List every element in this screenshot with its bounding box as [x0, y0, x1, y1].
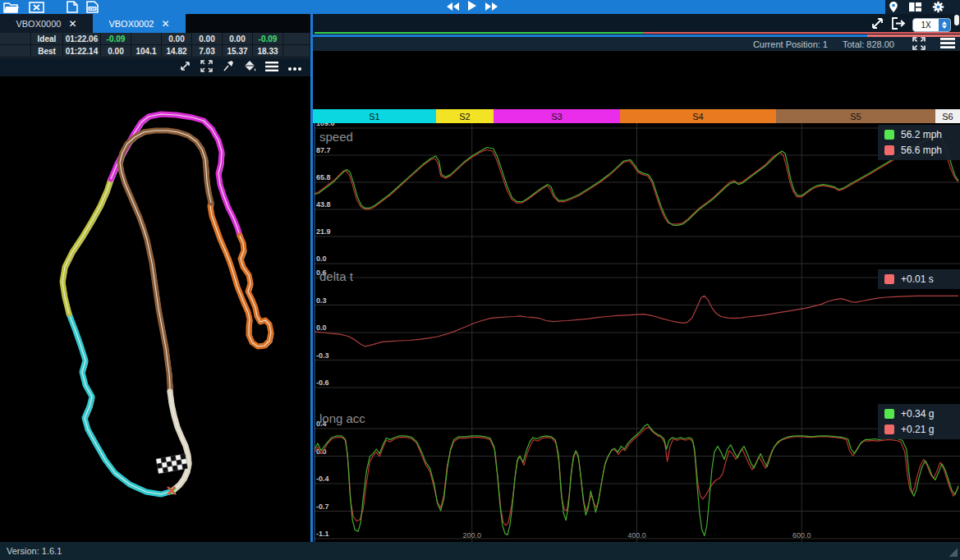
chart-title: delta t — [319, 269, 353, 283]
sector-segment-s5[interactable]: S5 — [776, 109, 935, 123]
spinner-up-icon[interactable] — [942, 21, 947, 25]
sector-segment-s6[interactable]: S6 — [935, 109, 960, 123]
close-tab-icon[interactable]: ✕ — [161, 18, 169, 30]
play-icon[interactable] — [467, 0, 477, 15]
view-toolbar — [889, 0, 944, 14]
app-window: csv VBOX0000 ✕ VBOX0002 ✕ Ideal01:22.06-… — [0, 0, 960, 560]
menu-icon[interactable] — [265, 60, 278, 75]
expand-icon[interactable] — [179, 60, 191, 76]
tab-label: VBOX0000 — [16, 19, 61, 29]
y-tick-label: 21.9 — [316, 227, 331, 236]
lap-table-cell — [283, 33, 310, 44]
lap-table-cell: 7.03 — [192, 45, 223, 57]
spinner-stepper[interactable] — [939, 19, 950, 31]
trace-lap-1 — [315, 135, 958, 225]
gear-icon[interactable] — [932, 1, 944, 13]
legend-entry: +0.21 g — [884, 424, 952, 435]
sector-segment-s4[interactable]: S4 — [620, 109, 776, 123]
resize-grip-icon[interactable] — [949, 549, 958, 557]
csv-export-icon[interactable]: csv — [86, 1, 99, 13]
map-pin-icon[interactable] — [889, 1, 898, 13]
lap-table-cell — [283, 45, 310, 57]
fast-forward-icon[interactable] — [485, 0, 498, 15]
chart-delta-t[interactable]: 0.60.30.0-0.3-0.6delta t+0.01 s — [313, 264, 960, 400]
track-map[interactable] — [0, 76, 310, 542]
lap-table-cell: -0.09 — [101, 33, 131, 44]
track-sector-5[interactable] — [120, 131, 211, 392]
expand-icon[interactable] — [870, 16, 884, 34]
new-file-icon[interactable] — [67, 1, 78, 13]
y-tick-label: 0.0 — [316, 255, 327, 263]
legend-value: +0.34 g — [901, 408, 934, 420]
x-tick-label: 600.0 — [792, 531, 811, 539]
chart-legend: +0.34 g+0.21 g — [878, 404, 960, 439]
y-tick-label: -0.7 — [316, 503, 329, 511]
lap-table-cell — [131, 33, 162, 44]
y-tick-label: 109.6 — [316, 123, 335, 127]
scrollbar-thumb[interactable] — [954, 15, 959, 25]
legend-value: 56.6 mph — [901, 145, 942, 156]
track-sector-4[interactable] — [210, 203, 271, 347]
lap-table-cell: 0.00 — [223, 33, 253, 44]
lap-table-row[interactable]: Ideal01:22.06-0.090.000.000.00-0.09 — [0, 33, 310, 45]
chart-speed[interactable]: 109.687.765.843.821.90.0speed56.2 mph56.… — [313, 123, 960, 264]
fullscreen-icon[interactable] — [912, 37, 926, 52]
legend-entry: 56.2 mph — [884, 129, 952, 140]
paint-bucket-icon[interactable] — [243, 60, 256, 76]
track-sector-6[interactable] — [170, 392, 189, 491]
y-tick-label: 65.8 — [316, 173, 331, 181]
layout-icon[interactable] — [908, 2, 922, 12]
tab-vbox0000[interactable]: VBOX0000 ✕ — [0, 14, 93, 33]
lap-table-cell: -0.09 — [253, 33, 283, 44]
current-position-label: Current Position: 1 — [753, 39, 828, 49]
menu-icon[interactable] — [940, 38, 955, 50]
legend-value: +0.01 s — [901, 273, 934, 285]
rewind-icon[interactable] — [446, 0, 460, 15]
sector-segment-s3[interactable]: S3 — [494, 109, 620, 123]
track-sector-1[interactable] — [69, 314, 172, 494]
track-centerline — [210, 203, 271, 347]
file-toolbar: csv — [3, 0, 99, 14]
lap-table-cell: 18.33 — [253, 45, 283, 57]
more-icon[interactable] — [287, 60, 302, 75]
legend-value: +0.21 g — [901, 424, 934, 435]
lap-table-row[interactable]: Best01:22.140.00104.114.827.0315.3718.33 — [0, 45, 310, 57]
open-folder-icon[interactable] — [3, 2, 21, 13]
playback-speed-value: 1X — [913, 21, 939, 30]
pin-icon[interactable] — [222, 60, 234, 76]
legend-swatch-icon — [884, 409, 894, 419]
lap-time-table: Ideal01:22.06-0.090.000.000.00-0.09Best0… — [0, 33, 310, 58]
close-tab-icon[interactable]: ✕ — [68, 18, 76, 30]
map-toolbar — [0, 58, 310, 76]
fullscreen-icon[interactable] — [200, 60, 213, 76]
sector-segment-s1[interactable]: S1 — [313, 109, 436, 123]
lap-table-cell: 01:22.06 — [63, 33, 101, 44]
legend-entry: +0.34 g — [884, 408, 952, 420]
playback-speed-spinner[interactable]: 1X — [912, 18, 951, 32]
track-centerline — [69, 314, 172, 494]
sector-bar: S1S2S3S4S5S6 — [313, 109, 960, 123]
legend-swatch-icon — [884, 145, 894, 155]
export-icon[interactable] — [891, 16, 906, 34]
lap-table-cell — [0, 45, 31, 57]
spinner-down-icon[interactable] — [942, 25, 947, 29]
x-tick-label: 200.0 — [462, 531, 481, 539]
video-area[interactable] — [313, 51, 960, 109]
lap-table-cell: 0.00 — [192, 33, 223, 44]
legend-entry: +0.01 s — [884, 273, 952, 285]
version-label: Version: 1.6.1 — [7, 546, 62, 556]
y-tick-label: 87.7 — [316, 146, 331, 154]
lap-table-cell: 01:22.14 — [63, 45, 101, 57]
chart-long-acc[interactable]: 0.40.0-0.4-0.7-1.1200.0400.0600.0long ac… — [313, 400, 960, 542]
position-bar: Current Position: 1 Total: 828.00 — [313, 37, 960, 51]
lap-row-label: Best — [31, 45, 63, 57]
y-tick-label: 43.8 — [316, 200, 331, 209]
chart-title: long acc — [319, 411, 365, 425]
lap-table-cell — [0, 33, 31, 44]
tab-vbox0002[interactable]: VBOX0002 ✕ — [93, 14, 186, 33]
y-tick-label: -1.1 — [316, 530, 329, 538]
close-file-icon[interactable] — [29, 2, 45, 13]
sector-segment-s2[interactable]: S2 — [436, 109, 494, 123]
legend-entry: 56.6 mph — [884, 145, 952, 156]
y-tick-label: -0.6 — [316, 379, 329, 387]
